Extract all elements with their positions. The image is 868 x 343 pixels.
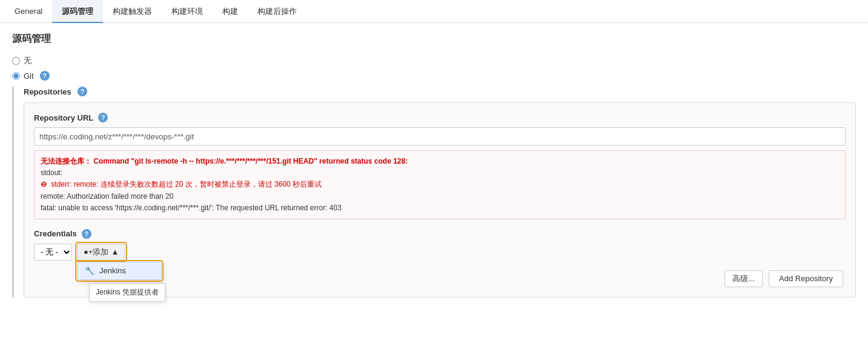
radio-git-label: Git — [24, 72, 34, 81]
jenkins-icon: 🔧 — [85, 266, 94, 276]
tab-triggers[interactable]: 构建触发器 — [103, 0, 162, 23]
add-dropdown-menu: 🔧 Jenkins — [77, 262, 162, 280]
error-line3-detail: 连续登录失败次数超过 20 次，暂时被禁止登录，请过 3600 秒后重试 — [101, 180, 322, 188]
credentials-label: Credentials — [34, 229, 77, 238]
dropdown-jenkins-item[interactable]: 🔧 Jenkins — [78, 262, 161, 279]
tooltip-text: Jenkins 凭据提供者 — [96, 288, 159, 296]
add-btn-wrapper: ●+添加 ▲ 🔧 Jenkins Jenkins 凭据提供 — [77, 244, 125, 261]
radio-none-label: 无 — [24, 55, 31, 66]
error-line3-prefix: stderr: remote: — [51, 180, 100, 188]
git-help-icon[interactable]: ? — [40, 71, 50, 81]
repo-card: Repository URL ? 无法连接仓库： Command "git ls… — [24, 102, 856, 298]
repo-url-row — [34, 127, 846, 145]
error-title-prefix: 无法连接仓库： — [41, 157, 91, 165]
error-line5: fatal: unable to access 'https://e.codin… — [41, 202, 839, 214]
radio-none-input[interactable] — [12, 57, 20, 65]
credentials-field-header: Credentials ? — [34, 229, 846, 239]
repo-url-help-icon[interactable]: ? — [98, 113, 108, 122]
radio-group: 无 Git ? — [12, 55, 856, 81]
add-credentials-button[interactable]: ●+添加 ▲ — [77, 244, 125, 261]
tab-source[interactable]: 源码管理 — [52, 0, 103, 23]
error-title-detail: Command "git ls-remote -h -- https://e.*… — [93, 157, 408, 165]
repo-url-label: Repository URL — [34, 113, 93, 122]
add-repository-button[interactable]: Add Repository — [769, 270, 843, 287]
repo-url-input[interactable] — [34, 127, 846, 145]
dropdown-jenkins-label: Jenkins — [99, 266, 126, 275]
credentials-row: - 无 - ●+添加 ▲ 🔧 Jenkins — [34, 244, 846, 261]
error-title-row: 无法连接仓库： Command "git ls-remote -h -- htt… — [41, 156, 839, 167]
page-content: 源码管理 无 Git ? Repositories ? Repository U… — [0, 23, 868, 343]
credentials-help-icon[interactable]: ? — [82, 229, 91, 239]
add-btn-label: ●+添加 — [84, 247, 108, 258]
jenkins-tooltip: Jenkins 凭据提供者 — [89, 283, 165, 302]
repo-url-field-header: Repository URL ? — [34, 113, 846, 122]
error-line4: remote: Authorization failed more than 2… — [41, 191, 839, 202]
credentials-select[interactable]: - 无 - — [34, 244, 72, 261]
section-title: 源码管理 — [12, 33, 856, 45]
tab-build[interactable]: 构建 — [213, 0, 248, 23]
tabs-bar: General 源码管理 构建触发器 构建环境 构建 构建后操作 — [0, 0, 868, 23]
error-line2: stdout: — [41, 167, 839, 179]
repositories-help-icon[interactable]: ? — [78, 87, 87, 96]
radio-git[interactable]: Git ? — [12, 71, 856, 81]
bordered-section: Repositories ? Repository URL ? 无法连接仓库： … — [12, 87, 856, 298]
advanced-button[interactable]: 高级... — [724, 270, 763, 287]
error-block: 无法连接仓库： Command "git ls-remote -h -- htt… — [34, 150, 846, 219]
radio-none[interactable]: 无 — [12, 55, 856, 66]
tab-post[interactable]: 构建后操作 — [248, 0, 306, 23]
repositories-label-row: Repositories ? — [24, 87, 856, 96]
radio-git-input[interactable] — [12, 72, 20, 80]
error-line3: ⊖ stderr: remote: 连续登录失败次数超过 20 次，暂时被禁止登… — [41, 179, 839, 190]
error-circle-icon: ⊖ — [41, 180, 47, 188]
repositories-label-text: Repositories — [24, 87, 71, 96]
chevron-up-icon: ▲ — [111, 247, 119, 256]
tab-general[interactable]: General — [5, 0, 52, 23]
tab-env[interactable]: 构建环境 — [162, 0, 213, 23]
